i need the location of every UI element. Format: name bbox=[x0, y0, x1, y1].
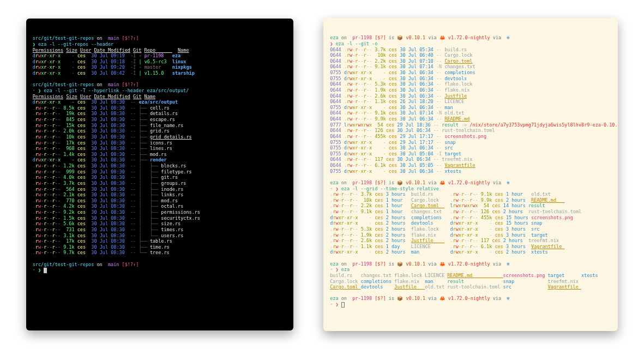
file-row: 0755 drwxr-xr-x - ces 30 Jul 06:34 -- de… bbox=[330, 76, 611, 82]
file-row: .rw-r--r-- 731 ces 30 Jul 08:30 -- │ ├──… bbox=[33, 227, 287, 233]
prompt-line: eza on pr-1198 [$?] is 📦 v0.10.1 via 🦀 v… bbox=[330, 35, 611, 41]
file-row: .rw-r--r-- 3.1k ces 30 Jul 08:30 -- │ └─… bbox=[33, 233, 287, 239]
command-line[interactable]: · ❯ eza -l --git -T --hyperlink --header… bbox=[33, 88, 287, 94]
file-row: .rw-r--r-- 4.2k ces 30 Jul 08:30 -- │ ├─… bbox=[33, 203, 287, 209]
grid-filename: treefmt.nix bbox=[547, 279, 581, 284]
grid-filename: man bbox=[425, 279, 447, 284]
grid-filename: Vagrantfile bbox=[547, 284, 581, 290]
file-row: .rw-r--r-- 5.3k ces 2 hours flake.lock d… bbox=[330, 226, 611, 232]
file-row: 0777 lrwxrwxrwx 54 ces 29 Jul 18:36 -- r… bbox=[330, 122, 611, 128]
file-row: .rw-r--r-- 15k ces 30 Jul 08:30 -- ├── f… bbox=[33, 123, 287, 129]
file-row: 0755 drwxr-xr-x - ces 30 Jul 06:34 -- co… bbox=[330, 70, 611, 76]
file-row: 0644 .rw-r--r-- 10k ces 30 Jul 06:40 -- … bbox=[330, 52, 611, 58]
prompt-line: eza on pr-1198 [$?] is 📦 v0.10.1 via 🦀 v… bbox=[330, 180, 611, 186]
file-row: 0644 .rw-r--r-- 5.3k ces 30 Jul 06:34 --… bbox=[330, 81, 611, 87]
prompt-line: src/git/test-git-repos on main [$!?↑] bbox=[33, 82, 287, 88]
file-row: drwxr-xr-x - ces 2 hours devtools drwxr-… bbox=[330, 220, 611, 226]
prompt-line: src/git/test-git-repos on main [$!?↑] bbox=[33, 262, 287, 268]
file-row: .rw-r--r-- 9.1k ces 30 Jul 08:30 -- ├── … bbox=[33, 244, 287, 250]
file-row: drwxr-xr-x - ces 30 Jul 08:30 -- ├── ren… bbox=[33, 157, 287, 163]
file-row: 0755 drwxr-xr-x - ces 30 Jul 05:04 -I ta… bbox=[330, 151, 611, 157]
terminal-dark[interactable]: src/git/test-git-repos on main [$!?↑]❯ e… bbox=[26, 19, 293, 330]
file-row: .rw-r--r-- 1.5k ces 30 Jul 08:30 -- │ ├─… bbox=[33, 215, 287, 221]
file-row: .rw-r--r-- 10k ces 1 hour Cargo.lock .rw… bbox=[330, 197, 611, 203]
file-row: .rw-r--r-- 1.4k ces 30 Jul 08:30 -- ├── … bbox=[33, 152, 287, 158]
terminal-light-content: eza on pr-1198 [$?] is 📦 v0.10.1 via 🦀 v… bbox=[330, 35, 611, 307]
grid-filename: rust-toolchain.toml bbox=[447, 284, 503, 290]
file-row: .rw-r--r-- 4.0k ces 30 Jul 08:30 -- │ ├─… bbox=[33, 174, 287, 180]
grid-filename: result bbox=[447, 279, 503, 284]
command-line[interactable]: · ❯ eza -l --grid --time-style relative bbox=[330, 186, 611, 192]
grid-filename: target bbox=[547, 273, 581, 278]
file-row: .rw-r--r-- 5.6k ces 30 Jul 08:30 -- │ ├─… bbox=[33, 221, 287, 227]
file-row: .rw-r--r-- 19k ces 30 Jul 08:30 -- ├── d… bbox=[33, 111, 287, 117]
file-row: 0755 drwxr-xr-x - ces 30 Jul 06:34 -- sr… bbox=[330, 145, 611, 151]
file-row: 0644 .rw-r--r-- 2.2k ces 30 Jul 07:10 --… bbox=[330, 58, 611, 64]
cursor bbox=[44, 268, 47, 273]
file-row: 0755 drwxr-xr-x - ces 30 Jul 06:34 -- xt… bbox=[330, 169, 611, 174]
grid-filename: LICENCE bbox=[425, 273, 447, 278]
grid-filename: build.rs bbox=[330, 273, 360, 278]
file-row: drwxr-xr-x - ces 30 Jul 08:42 -I | v1.15… bbox=[33, 70, 287, 76]
terminal-dark-content: src/git/test-git-repos on main [$!?↑]❯ e… bbox=[33, 35, 287, 273]
file-row: .rw-r--r-- 564 ces 30 Jul 08:30 -- │ ├──… bbox=[33, 186, 287, 192]
file-row: .rw-r--r-- 17k ces 30 Jul 08:30 -- ├── i… bbox=[33, 140, 287, 146]
grid-filename: screenshots.png bbox=[503, 273, 548, 278]
prompt-line: eza on pr-1198 [$?] is 📦 v0.10.1 via 🦀 v… bbox=[330, 296, 611, 302]
terminal-light[interactable]: eza on pr-1198 [$?] is 📦 v0.10.1 via 🦀 v… bbox=[323, 18, 618, 331]
command-line[interactable]: ❯ eza -l --git-repos --header bbox=[33, 41, 287, 47]
file-row: .rw-r--r-- 2.1k ces 30 Jul 08:30 -- │ ├─… bbox=[33, 192, 287, 198]
grid-filename: Cargo.lock bbox=[330, 279, 360, 284]
file-row: .rw-r--r-- 2.2k ces 1 hour Cargo.toml lr… bbox=[330, 203, 611, 209]
file-row: .rw-r--r-- 770 ces 30 Jul 08:30 -- │ ├──… bbox=[33, 198, 287, 204]
grid-filename bbox=[581, 279, 612, 284]
file-row: 0644 .rw-r--r-- 117 ces 30 Jul 06:34 -- … bbox=[330, 157, 611, 163]
command-line[interactable]: · ❯ eza bbox=[330, 267, 611, 273]
file-row: .rw-r--r-- 1.9k ces 2 hours flake.nix dr… bbox=[330, 232, 611, 238]
grid-filename: src bbox=[503, 284, 548, 290]
file-row: drwxr-xr-x - ces 30 Jul 08:30 -- eza/src… bbox=[33, 99, 287, 105]
file-row: .rw-r--r-- 968 ces 30 Jul 08:30 -- ├── l… bbox=[33, 146, 287, 152]
file-row: .rw-r--r-- 10k ces 30 Jul 08:30 -- ├── g… bbox=[33, 134, 287, 140]
file-row: 0755 drwxr-xr-x - ces 30 Jul 06:34 -- ma… bbox=[330, 105, 611, 111]
file-row: .rw-r--r-- 9.1k ces 1 hour changes.txt .… bbox=[330, 209, 611, 215]
file-row: 0755 drwxr-xr-x - ces 29 Jul 17:17 -- sn… bbox=[330, 140, 611, 146]
column-headers: Permissions Size User Date Modified Git … bbox=[33, 47, 287, 53]
file-row: .rw-r--r-- 2.6k ces 2 hours Justfile .rw… bbox=[330, 238, 611, 244]
file-row: .rw-r--r-- 17k ces 30 Jul 08:30 -- ├── t… bbox=[33, 238, 287, 244]
prompt-line: eza on pr-1198 [$?] is 📦 v0.10.1 via 🦀 v… bbox=[330, 261, 611, 267]
file-row: 0644 .rw-r--r-- 9.1k ces 30 Jul 07:14 -N… bbox=[330, 64, 611, 70]
command-line[interactable]: · ❯ bbox=[330, 302, 611, 308]
file-row: 0644 .rw-r--r-- 6.1k ces 30 Jul 05:05 --… bbox=[330, 163, 611, 169]
file-row: .rw-r--r-- 3.7k ces 30 Jul 08:30 -- │ ├─… bbox=[33, 180, 287, 186]
file-row: .rw-r--r-- 999 ces 30 Jul 08:30 -- │ ├──… bbox=[33, 169, 287, 175]
grid-filename: changes.txt bbox=[361, 273, 394, 278]
file-row: 0644 .rw-r--r-- 455k ces 29 Jul 17:17 --… bbox=[330, 134, 611, 140]
file-row: drwxr-xr-x - ces 30 Jul 09:19 -I - pr-11… bbox=[33, 53, 287, 59]
file-row: drwxr-xr-x - ces 2 hours completions .rw… bbox=[330, 215, 611, 221]
grid-filename: xtests bbox=[581, 273, 612, 278]
grid-filename: flake.lock bbox=[394, 273, 425, 278]
cursor bbox=[341, 302, 345, 308]
file-row: .rw-r--r-- 1.1k ces 1 day LICENCE .rw-r-… bbox=[330, 244, 611, 250]
file-row: .rw-r--r-- 845 ces 30 Jul 08:30 -- ├── e… bbox=[33, 117, 287, 123]
file-grid-row: Cargo.toml devtools Justfile old.txt rus… bbox=[330, 284, 611, 290]
file-row: .rw-r--r-- 8.5k ces 30 Jul 08:30 -- ├── … bbox=[33, 105, 287, 111]
grid-filename: README.md bbox=[447, 273, 503, 278]
file-grid-row: build.rs changes.txt flake.lock LICENCE … bbox=[330, 273, 611, 279]
grid-filename bbox=[581, 284, 612, 290]
file-grid-row: Cargo.lock completions flake.nix man res… bbox=[330, 279, 611, 285]
prompt-line: src/git/test-git-repos on main [$!?↑] bbox=[33, 35, 287, 41]
file-row: 0644 .rw-r--r-- 3.7k ces 30 Jul 05:34 --… bbox=[330, 47, 611, 53]
command-line[interactable]: · ❯ bbox=[33, 267, 287, 273]
file-row: .rw-r--r-- 3.7k ces 3 hours build.rs .rw… bbox=[330, 191, 611, 197]
file-row: .rw-r--r-- 1.2k ces 30 Jul 08:30 -- │ ├─… bbox=[33, 163, 287, 169]
command-line[interactable]: ❯ eza -l --git -o bbox=[330, 41, 611, 47]
grid-filename: snap bbox=[503, 279, 548, 284]
file-row: .rw-r--r-- 9.2k ces 30 Jul 08:30 -- │ ├─… bbox=[33, 209, 287, 215]
grid-filename: Justfile bbox=[394, 284, 425, 290]
grid-filename: Cargo.toml bbox=[330, 284, 360, 290]
file-row: 0644 .rw-r--r-- 2.6k ces 30 Jul 06:34 --… bbox=[330, 93, 611, 99]
file-row: drwxr-xr-x - ces 30 Jul 09:20 -I - maste… bbox=[33, 64, 287, 70]
file-row: .rw-r--r-- 9.7k ces 30 Jul 08:30 -- └── … bbox=[33, 250, 287, 256]
